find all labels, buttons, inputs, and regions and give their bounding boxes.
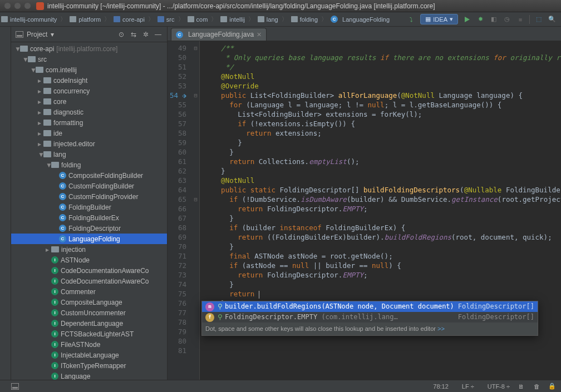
tree-folder-concurrency[interactable]: ▸concurrency: [11, 86, 167, 96]
tree-class-LanguageFolding[interactable]: CLanguageFolding: [11, 234, 167, 244]
tree-interface-InjectableLanguage[interactable]: IInjectableLanguage: [11, 350, 167, 360]
tree-class-CompositeFoldingBuilder[interactable]: CCompositeFoldingBuilder: [11, 170, 167, 181]
project-view-label[interactable]: Project: [27, 31, 47, 38]
tree-folder-core[interactable]: ▸core: [11, 96, 167, 107]
search-button[interactable]: 🔍: [548, 15, 557, 24]
breadcrumb-languagefolding[interactable]: CLanguageFolding: [329, 16, 391, 23]
tree-class-FoldingDescriptor[interactable]: CFoldingDescriptor: [11, 223, 167, 234]
tree-class-FoldingBuilder[interactable]: CFoldingBuilder: [11, 202, 167, 212]
tree-interface-CompositeLanguage[interactable]: ICompositeLanguage: [11, 297, 167, 307]
class-icon: C: [59, 204, 66, 211]
inspections-icon[interactable]: 🗎: [516, 382, 525, 391]
folder-icon: [43, 141, 51, 147]
tree-interface-CustomUncommenter[interactable]: ICustomUncommenter: [11, 307, 167, 318]
tree-interface-DependentLanguage[interactable]: IDependentLanguage: [11, 318, 167, 329]
tree-interface-ITokenTypeRemapper[interactable]: IITokenTypeRemapper: [11, 360, 167, 371]
tree-class-CustomFoldingBuilder[interactable]: CCustomFoldingBuilder: [11, 181, 167, 191]
zoom-window[interactable]: [24, 3, 31, 9]
coverage-button[interactable]: ◧: [489, 15, 498, 24]
lock-icon[interactable]: 🔒: [548, 382, 557, 391]
expand-all-icon[interactable]: ⇆: [129, 30, 138, 39]
breadcrumb-folding[interactable]: folding〉: [290, 15, 329, 23]
tree-interface-ASTNode[interactable]: IASTNode: [11, 255, 167, 265]
close-tab-icon[interactable]: ✕: [257, 31, 262, 38]
folder-icon: [51, 246, 59, 252]
tree-package[interactable]: ▼com.intellij: [11, 64, 167, 75]
folder-icon: [188, 16, 194, 22]
tree-interface-Commenter[interactable]: ICommenter: [11, 286, 167, 297]
minimize-window[interactable]: [14, 3, 21, 9]
editor-tabs: C LanguageFolding.java ✕: [168, 27, 561, 41]
lambda-icon: ⚲: [218, 312, 223, 322]
hide-icon[interactable]: —: [154, 30, 163, 39]
class-icon: C: [59, 182, 66, 190]
stop-button[interactable]: ■: [516, 15, 525, 24]
tree-folder-codeInsight[interactable]: ▸codeInsight: [11, 75, 167, 86]
file-encoding[interactable]: UTF-8 ÷: [481, 383, 510, 390]
tree-folder-formatting[interactable]: ▸formatting: [11, 117, 167, 128]
interface-icon: I: [51, 351, 58, 359]
close-window[interactable]: [4, 3, 11, 9]
breadcrumb-src[interactable]: src〉: [156, 15, 186, 23]
interface-icon: I: [51, 330, 58, 338]
line-number-gutter[interactable]: 495051525354 ⬗55565758596061626364656667…: [168, 41, 192, 380]
window-title: intellij-community [~/intellij-community…: [47, 2, 435, 10]
tree-folder-lang[interactable]: ▼lang: [11, 149, 167, 160]
build-icon[interactable]: ⤵: [407, 15, 416, 24]
breadcrumb-intellij-community[interactable]: intellij-community〉: [0, 15, 68, 23]
completion-tip: Dot, space and some other keys will also…: [202, 322, 538, 335]
breadcrumb-platform[interactable]: platform〉: [68, 15, 112, 23]
tree-class-FoldingBuilderEx[interactable]: CFoldingBuilderEx: [11, 212, 167, 223]
completion-kind-icon: m: [205, 302, 214, 311]
tree-interface-CodeDocumentationAwareCo[interactable]: ICodeDocumentationAwareCo: [11, 265, 167, 276]
folder-icon: [36, 67, 43, 73]
code-completion-popup[interactable]: m⚲builder.buildFoldRegions(ASTNode node,…: [201, 301, 538, 336]
breadcrumb-intellij[interactable]: intellij〉: [219, 15, 257, 23]
tree-folder-diagnostic[interactable]: ▸diagnostic: [11, 107, 167, 117]
status-bar: 78:12 LF ÷ UTF-8 ÷ 🗎 🗑 🔒: [0, 380, 561, 392]
folder-icon: [258, 16, 264, 22]
update-button[interactable]: ⬚: [534, 15, 543, 24]
tree-interface-CodeDocumentationAwareCo[interactable]: ICodeDocumentationAwareCo: [11, 276, 167, 286]
tree-folder-injection[interactable]: ▸injection: [11, 244, 167, 255]
class-icon: C: [331, 16, 338, 23]
completion-tip-link[interactable]: >>: [437, 325, 445, 332]
window-titlebar: intellij-community [~/intellij-community…: [0, 0, 561, 12]
breadcrumb-core-api[interactable]: core-api〉: [112, 15, 156, 23]
folder-icon: [51, 162, 59, 168]
tree-folder-ide[interactable]: ▸ide: [11, 128, 167, 138]
run-configuration-selector[interactable]: ▦ IDEA ▾: [420, 14, 458, 24]
tree-interface-Language[interactable]: ILanguage: [11, 371, 167, 380]
interface-icon: I: [51, 320, 58, 327]
editor-tab[interactable]: C LanguageFolding.java ✕: [171, 28, 267, 41]
settings-icon[interactable]: ✲: [141, 30, 150, 39]
profile-button[interactable]: ◷: [503, 15, 511, 24]
project-tool-header: Project ▾ ⊙ ⇆ ✲ —: [11, 27, 167, 42]
breadcrumb-com[interactable]: com〉: [186, 15, 220, 23]
code-editor[interactable]: 495051525354 ⬗55565758596061626364656667…: [168, 41, 561, 380]
completion-item[interactable]: m⚲builder.buildFoldRegions(ASTNode node,…: [202, 301, 538, 312]
breadcrumb-lang[interactable]: lang〉: [257, 15, 290, 23]
select-opened-file-icon[interactable]: ⊙: [117, 30, 126, 39]
debug-button[interactable]: ✸: [476, 15, 485, 24]
tree-interface-FCTSBackedLighterAST[interactable]: IFCTSBackedLighterAST: [11, 329, 167, 339]
class-icon: C: [59, 193, 66, 200]
chevron-down-icon[interactable]: ▾: [51, 31, 54, 38]
completion-item[interactable]: f⚲FoldingDescriptor.EMPTY (com.intellij.…: [202, 312, 538, 322]
memory-icon[interactable]: 🗑: [532, 382, 541, 391]
window-controls[interactable]: [4, 3, 31, 9]
tree-interface-FileASTNode[interactable]: IFileASTNode: [11, 339, 167, 350]
tree-src[interactable]: ▼src: [11, 54, 167, 64]
tree-class-CustomFoldingProvider[interactable]: CCustomFoldingProvider: [11, 191, 167, 202]
tree-module[interactable]: ▼core-api[intellij.platform.core]: [11, 43, 167, 54]
tree-folder-folding[interactable]: ▼folding: [11, 160, 167, 170]
folder-icon: [43, 120, 51, 126]
folding-gutter[interactable]: ⊟⊟⊟: [192, 41, 200, 380]
folder-icon: [291, 16, 298, 22]
line-separator[interactable]: LF ÷: [455, 383, 474, 390]
tool-window-strip-left[interactable]: [0, 27, 11, 380]
tree-folder-injected.editor[interactable]: ▸injected.editor: [11, 138, 167, 149]
run-button[interactable]: [462, 15, 471, 24]
tool-windows-toggle[interactable]: [11, 383, 19, 390]
cursor-position[interactable]: 78:12: [433, 383, 449, 390]
